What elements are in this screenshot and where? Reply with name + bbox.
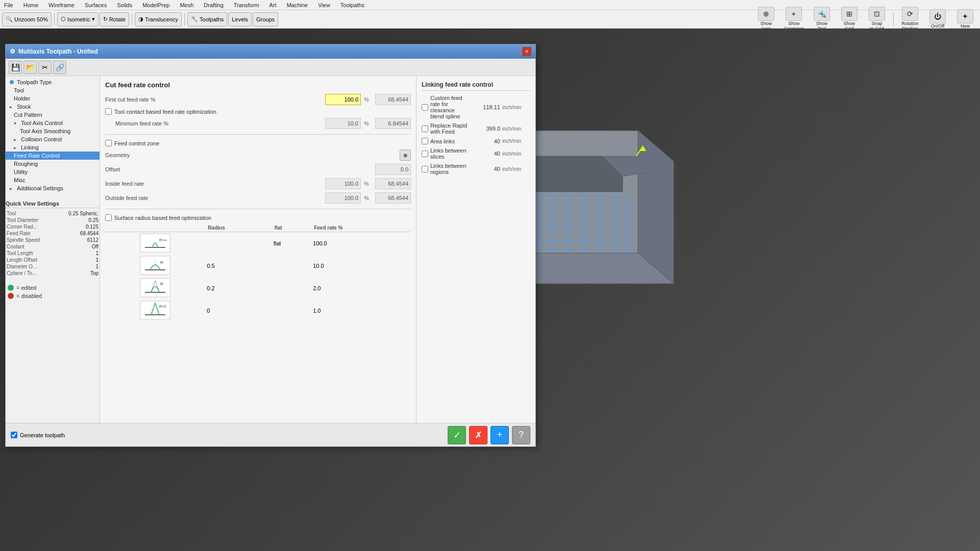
tree-label-cut-pattern: Cut Pattern bbox=[14, 112, 42, 118]
menu-view[interactable]: View bbox=[316, 2, 332, 8]
link-replace-rapid-label[interactable]: Replace Rapid with Feed bbox=[430, 122, 468, 135]
feed-control-zone-label[interactable]: Feed control zone bbox=[114, 140, 159, 146]
qv-cplane-value: Top bbox=[90, 270, 99, 276]
outside-pct: % bbox=[364, 195, 372, 201]
radius-feed3: 2.0 bbox=[311, 277, 411, 299]
dialog-tool3-btn[interactable]: ✂ bbox=[38, 61, 52, 74]
translucency-icon: ◑ bbox=[138, 16, 143, 22]
tree-item-roughing[interactable]: Roughing bbox=[6, 160, 100, 168]
link-between-regions-label[interactable]: Links between regions bbox=[430, 163, 468, 175]
link-between-slices-label[interactable]: Links between slices bbox=[430, 147, 468, 160]
menu-home[interactable]: Home bbox=[21, 2, 40, 8]
show-gnomons-icon: ⌖ bbox=[786, 7, 802, 21]
qv-cplane-label: Cplane / To... bbox=[7, 270, 37, 276]
toolbar-sep-right bbox=[893, 13, 894, 26]
link-between-slices-checkbox[interactable] bbox=[422, 151, 428, 157]
on-off-btn[interactable]: ⏻ On/Off bbox=[925, 8, 950, 30]
footer-cancel-button[interactable]: ✗ bbox=[469, 426, 487, 444]
feed-control-zone-checkbox[interactable] bbox=[105, 140, 112, 146]
tree-item-tool[interactable]: Tool bbox=[6, 86, 100, 94]
svg-text:R: R bbox=[160, 260, 163, 265]
outside-feed-value: 100.0 bbox=[325, 192, 361, 204]
toolbar-isometric-btn[interactable]: ⬡ Isometric ▾ bbox=[57, 12, 99, 27]
tree-label-collision-control: Collision Control bbox=[21, 136, 62, 142]
dialog-tool4-btn[interactable]: 🔗 bbox=[53, 61, 66, 74]
footer-help-button[interactable]: ? bbox=[512, 426, 530, 444]
qv-tool-length-value: 1 bbox=[95, 251, 99, 256]
tree-item-linking[interactable]: ▸ Linking bbox=[6, 143, 100, 152]
outside-feed-row: Outside feed rate 100.0 % 68.4544 bbox=[105, 192, 411, 204]
qv-spindle-speed-row: Spindle Speed 6112 bbox=[6, 237, 100, 243]
tree-item-utility[interactable]: Utility bbox=[6, 168, 100, 176]
dialog-save-btn[interactable]: 💾 bbox=[9, 61, 22, 74]
tree-item-collision-control[interactable]: ▸ Collision Control bbox=[6, 135, 100, 143]
legend-disabled-dot bbox=[8, 293, 14, 299]
surface-radius-label[interactable]: Surface radius based feed optimization bbox=[114, 215, 211, 221]
tree-item-additional-settings[interactable]: ▸ Additional Settings bbox=[6, 184, 100, 192]
levels-label: Levels bbox=[232, 16, 248, 22]
tree-item-stock[interactable]: ▸ Stock bbox=[6, 103, 100, 111]
tree-item-cut-pattern[interactable]: Cut Pattern bbox=[6, 111, 100, 119]
menu-modelprep[interactable]: ModelPrep bbox=[140, 2, 172, 8]
link-custom-feed-label[interactable]: Custom feed rate for clearance blend spl… bbox=[430, 95, 468, 119]
toolbar-unzoom-btn[interactable]: 🔍 Unzoom 50% bbox=[2, 12, 52, 27]
outside-feed-computed: 68.4544 bbox=[375, 192, 411, 204]
tree-item-tool-axis-control[interactable]: ▾ Tool Axis Control bbox=[6, 119, 100, 127]
link-custom-feed-row: Custom feed rate for clearance blend spl… bbox=[422, 95, 530, 119]
dialog-close-button[interactable]: × bbox=[522, 47, 531, 56]
qv-corner-rad-value: 0.125 bbox=[86, 224, 99, 230]
qv-coolant-value: Off bbox=[92, 244, 99, 249]
menu-file[interactable]: File bbox=[2, 2, 15, 8]
toolbar-groups-btn[interactable]: Groups bbox=[253, 12, 278, 27]
dialog-save2-btn[interactable]: 📂 bbox=[23, 61, 37, 74]
footer-add-button[interactable]: + bbox=[491, 426, 509, 444]
toolbar-toolpaths-btn[interactable]: 🔧 Toolpaths bbox=[187, 12, 227, 27]
radius-r4: 0 bbox=[205, 299, 271, 322]
link-area-links-checkbox[interactable] bbox=[422, 138, 428, 144]
footer-ok-button[interactable]: ✓ bbox=[448, 426, 466, 444]
isometric-icon: ⬡ bbox=[61, 16, 66, 22]
inside-pct: % bbox=[364, 181, 372, 187]
link-replace-rapid-checkbox[interactable] bbox=[422, 126, 428, 132]
dialog: ⚙ Multiaxis Toolpath - Unified × 💾 📂 ✂ 🔗 bbox=[5, 44, 536, 447]
tree-item-tool-axis-smoothing[interactable]: Tool Axis Smoothing bbox=[6, 127, 100, 135]
menu-drafting[interactable]: Drafting bbox=[202, 2, 226, 8]
translucency-label: Translucency bbox=[145, 16, 178, 22]
expand-collision-icon: ▸ bbox=[14, 137, 19, 142]
surface-radius-checkbox[interactable] bbox=[105, 214, 112, 221]
new-btn[interactable]: ✦ New bbox=[952, 8, 978, 30]
tree-label-tool-axis-control: Tool Axis Control bbox=[21, 120, 63, 126]
viewport[interactable]: ⚙ Multiaxis Toolpath - Unified × 💾 📂 ✂ 🔗 bbox=[0, 29, 980, 551]
generate-toolpath-label[interactable]: Generate toolpath bbox=[20, 432, 65, 438]
link-custom-feed-checkbox[interactable] bbox=[422, 104, 428, 111]
menu-surfaces[interactable]: Surfaces bbox=[83, 2, 109, 8]
tool-contact-label[interactable]: Tool contact based feed rate optimizatio… bbox=[114, 109, 216, 115]
menu-mesh[interactable]: Mesh bbox=[178, 2, 195, 8]
toolpaths-label: Toolpaths bbox=[200, 16, 224, 22]
inside-feed-label: Inside feed rate bbox=[105, 181, 322, 187]
tree-item-holder[interactable]: Holder bbox=[6, 94, 100, 103]
feed-panel: Cut feed rate control First cut feed rat… bbox=[100, 76, 416, 423]
menu-transform[interactable]: Transform bbox=[232, 2, 261, 8]
min-feed-computed: 6.84544 bbox=[375, 118, 411, 129]
menu-wireframe[interactable]: Wireframe bbox=[46, 2, 77, 8]
tree-item-misc[interactable]: Misc bbox=[6, 176, 100, 184]
toolbar-translucency-btn[interactable]: ◑ Translucency bbox=[135, 12, 182, 27]
legend-edited-dot bbox=[8, 285, 14, 291]
menu-machine[interactable]: Machine bbox=[285, 2, 310, 8]
main-area: ⚙ Multiaxis Toolpath - Unified × 💾 📂 ✂ 🔗 bbox=[0, 29, 980, 551]
toolbar-rotate-btn[interactable]: ↻ Rotate bbox=[100, 12, 129, 27]
tree-item-toolpath-type[interactable]: Toolpath Type bbox=[6, 78, 100, 86]
radius-flat4 bbox=[272, 299, 311, 322]
menu-solids[interactable]: Solids bbox=[115, 2, 134, 8]
tool-contact-checkbox[interactable] bbox=[105, 108, 112, 115]
first-cut-input[interactable] bbox=[325, 94, 361, 105]
generate-toolpath-checkbox[interactable] bbox=[11, 432, 17, 438]
toolbar-levels-btn[interactable]: Levels bbox=[228, 12, 252, 27]
menu-art[interactable]: Art bbox=[267, 2, 279, 8]
geometry-select-btn[interactable]: ⊕ bbox=[400, 149, 411, 161]
link-area-links-label[interactable]: Area links bbox=[430, 138, 468, 144]
menu-toolpaths[interactable]: Toolpaths bbox=[338, 2, 366, 8]
tree-item-feed-rate-control[interactable]: Feed Rate Control bbox=[6, 152, 100, 160]
link-between-regions-checkbox[interactable] bbox=[422, 166, 428, 172]
